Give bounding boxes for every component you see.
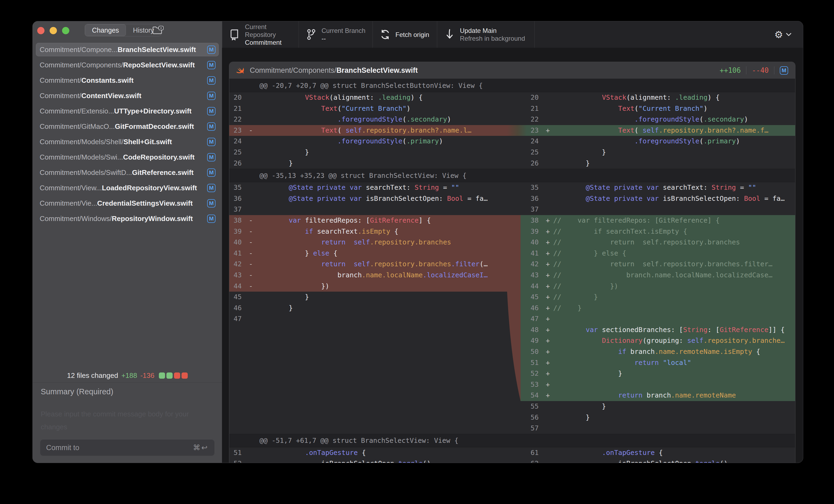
file-row[interactable]: Commitment/GitMacO...GitFormatDecoder.sw… [36, 120, 219, 133]
left-line-marker [245, 324, 256, 336]
code-token: .repository.branches [370, 260, 451, 268]
code-token: } [553, 148, 606, 156]
toolbar-fetch-button[interactable]: Fetch origin [373, 21, 437, 48]
code-token: @State private var [256, 184, 362, 191]
commit-button[interactable]: Commit to ⌘↩ [40, 440, 215, 456]
diff-gutter [507, 204, 527, 215]
file-dir: Commitment/Extensio... [40, 107, 114, 115]
left-line-marker [245, 193, 256, 204]
left-code-line: VStack(alignment: .leading) { [256, 92, 507, 103]
left-line-marker: - [245, 215, 256, 226]
code-token: } [553, 413, 590, 421]
file-row[interactable]: Commitment/ContentView.swiftM [36, 89, 219, 102]
file-row[interactable]: Commitment/Vie...CredentialSettingsView.… [36, 197, 219, 210]
diff-gutter [507, 193, 527, 204]
file-status-badge: M [207, 76, 216, 85]
zoom-button[interactable] [62, 27, 69, 34]
new-repo-folder-icon[interactable] [152, 26, 164, 35]
right-line-number: 52 [527, 368, 543, 379]
ratio-square [167, 372, 173, 379]
right-line-marker: + [543, 281, 553, 292]
toolbar-repo-button[interactable]: Current RepositoryCommitment [222, 21, 299, 48]
right-line-marker [543, 92, 553, 103]
left-line-marker [245, 448, 256, 458]
file-row[interactable]: Commitment/Compone...BranchSelectView.sw… [36, 43, 219, 56]
code-token: filteredRepos: [ [301, 216, 370, 224]
code-token: : [ [707, 326, 720, 334]
commit-message-input[interactable]: Please input the commit message body for… [41, 408, 202, 433]
right-code-line: // } else { [553, 248, 795, 259]
diff-gutter [507, 147, 527, 158]
file-row[interactable]: Commitment/Windows/RepositoryWindow.swif… [36, 212, 219, 225]
right-code-line: isBranchSelectOpen.toggle() [553, 458, 795, 463]
right-code-line: } [553, 147, 795, 158]
tab-changes[interactable]: Changes [85, 24, 126, 36]
right-code-line: return branch.name.remoteName [553, 390, 795, 401]
left-code-line: } [256, 158, 507, 169]
code-token: .repository.branches [370, 238, 451, 246]
diff-gutter [507, 448, 527, 458]
left-line-marker [245, 136, 256, 147]
commit-shortcut-keys: ⌘↩ [193, 443, 208, 452]
minimize-button[interactable] [50, 27, 57, 34]
toolbar-update-button[interactable]: Update MainRefresh in background [437, 21, 534, 48]
right-line-number: 43 [527, 270, 543, 281]
code-token: = [736, 184, 748, 191]
file-row[interactable]: Commitment/Models/Swi...CodeRepository.s… [36, 151, 219, 164]
code-token: // return self.repository.branches [553, 238, 740, 246]
right-line-number: 36 [527, 193, 543, 204]
file-status-badge: M [207, 107, 216, 115]
file-row[interactable]: Commitment/Extensio...UTType+Directory.s… [36, 104, 219, 118]
code-token: .toggle [691, 460, 720, 463]
code-token: { [329, 249, 337, 257]
code-token: .primary [407, 137, 439, 145]
code-token: // } [553, 293, 598, 301]
settings-menu-button[interactable]: ⚙ [774, 21, 803, 48]
left-line-number [229, 412, 245, 423]
code-token: (alignment: [626, 93, 675, 101]
file-row[interactable]: Commitment/View...LoadedRepositoryView.s… [36, 181, 219, 194]
code-token: Bool [447, 194, 463, 202]
toolbar-branch-button[interactable]: Current Branch-- [299, 21, 373, 48]
right-line-number: 62 [527, 458, 543, 463]
code-token: self [687, 337, 703, 344]
right-line-marker: + [543, 314, 553, 324]
code-token: () [720, 460, 728, 463]
left-code-line: .foregroundStyle(.primary) [256, 136, 507, 147]
commit-button-label: Commit to [46, 444, 79, 452]
toolbar-item-line1: Current Branch [322, 27, 366, 35]
code-token: @State private var [553, 194, 659, 202]
code-token: ]] { [768, 326, 785, 334]
diff-swoosh [507, 215, 527, 401]
file-row[interactable]: Commitment/Constants.swiftM [36, 74, 219, 87]
file-row[interactable]: Commitment/Models/Shell/Shell+Git.swiftM [36, 135, 219, 148]
left-code-line: branch.name.localName.localizedCaseI… [256, 270, 507, 281]
right-line-marker: + [543, 292, 553, 303]
left-code-line: return self.repository.branches [256, 237, 507, 248]
right-line-number: 47 [527, 314, 543, 324]
changes-history-tabs: ChangesHistory [85, 24, 161, 37]
left-code-line: } [256, 292, 507, 303]
code-token: Text [321, 105, 337, 112]
code-token [659, 359, 663, 367]
code-token: // var filteredRepos: [GitReference] { [553, 216, 720, 224]
code-token: ) [744, 115, 748, 123]
left-line-marker: - [245, 270, 256, 281]
file-row[interactable]: Commitment/Components/RepoSelectView.swi… [36, 58, 219, 72]
code-token: .localizedCaseI… [423, 271, 488, 279]
code-token: .onTapGesture [602, 449, 655, 457]
right-line-marker: + [543, 125, 553, 136]
file-dir: Commitment/Compone... [40, 46, 117, 54]
code-token: isBranchSelectOpen: [362, 194, 447, 202]
right-code-line: // return self.repository.branches [553, 237, 795, 248]
code-token: "Current Branch" [342, 105, 407, 112]
close-button[interactable] [37, 27, 44, 34]
code-token: ) [736, 137, 740, 145]
traffic-lights [37, 27, 69, 34]
left-line-marker [245, 92, 256, 103]
file-row[interactable]: Commitment/Models/SwiftD...GitReference.… [36, 166, 219, 179]
left-code-line [256, 390, 507, 401]
left-line-marker [245, 303, 256, 314]
left-line-number: 35 [229, 182, 245, 193]
code-token: // }) [553, 282, 618, 290]
